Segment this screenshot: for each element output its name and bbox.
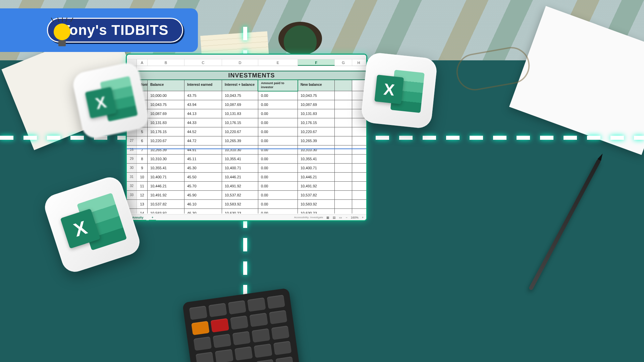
- cell-empty[interactable]: [335, 191, 352, 199]
- cell-month[interactable]: 14: [137, 209, 148, 214]
- cell-new-balance[interactable]: 10,446.21: [298, 173, 335, 181]
- cell-balance[interactable]: 10,491.92: [148, 191, 184, 199]
- col-header-D[interactable]: D: [222, 59, 258, 66]
- cell-amount-paid[interactable]: 0.00: [258, 155, 298, 163]
- cell-empty[interactable]: [335, 164, 352, 172]
- cell-empty[interactable]: [335, 100, 352, 109]
- sheet-body[interactable]: 19 20 INVESTMENTS 21 Month Balance Inter…: [127, 66, 366, 214]
- cell-amount-paid[interactable]: 0.00: [258, 91, 298, 100]
- cell-interest-plus-balance[interactable]: 10,176.15: [222, 118, 258, 127]
- cell-new-balance[interactable]: 10,176.15: [298, 118, 335, 127]
- cell-interest[interactable]: 44.52: [184, 127, 222, 136]
- add-sheet-button[interactable]: +: [149, 215, 156, 221]
- header-amount-paid[interactable]: Amount paid to investor: [258, 80, 298, 91]
- cell-new-balance[interactable]: 10,131.83: [298, 109, 335, 118]
- cell-interest[interactable]: 44.72: [184, 136, 222, 145]
- row-number[interactable]: 27: [127, 136, 137, 145]
- col-header-E[interactable]: E: [258, 59, 298, 66]
- cell-new-balance[interactable]: 10,265.39: [298, 136, 335, 145]
- cell-amount-paid[interactable]: 0.00: [258, 109, 298, 118]
- cell-interest[interactable]: 43.94: [184, 100, 222, 109]
- cell-empty[interactable]: [335, 145, 352, 154]
- cell-interest[interactable]: 44.13: [184, 109, 222, 118]
- cell-new-balance[interactable]: 10,355.41: [298, 155, 335, 163]
- cell-month[interactable]: 10: [137, 173, 148, 181]
- cell-interest-plus-balance[interactable]: 10,131.83: [222, 109, 258, 118]
- cell-interest[interactable]: 45.90: [184, 191, 222, 199]
- cell-interest-plus-balance[interactable]: 10,400.71: [222, 164, 258, 172]
- cell-balance[interactable]: 10,446.21: [148, 182, 184, 190]
- cell-interest-plus-balance[interactable]: 10,446.21: [222, 173, 258, 181]
- header-new-balance[interactable]: New balance: [298, 80, 335, 91]
- zoom-in-button[interactable]: +: [362, 216, 364, 219]
- cell-amount-paid[interactable]: 0.00: [258, 127, 298, 136]
- cell-month[interactable]: 13: [137, 200, 148, 208]
- cell-month[interactable]: 7: [137, 145, 148, 154]
- cell-amount-paid[interactable]: 0.00: [258, 173, 298, 181]
- excel-ribbon[interactable]: [127, 55, 366, 59]
- cell-new-balance[interactable]: 10,491.92: [298, 182, 335, 190]
- zoom-out-button[interactable]: −: [345, 216, 347, 219]
- view-normal-icon[interactable]: ▦: [326, 216, 329, 219]
- cell-empty[interactable]: [335, 200, 352, 208]
- cell-empty[interactable]: [335, 109, 352, 118]
- cell-empty[interactable]: [335, 182, 352, 190]
- cell-balance[interactable]: 10,087.69: [148, 109, 184, 118]
- cell-interest[interactable]: 45.30: [184, 164, 222, 172]
- row-number[interactable]: 32: [127, 182, 137, 190]
- row-number[interactable]: 31: [127, 173, 137, 181]
- cell-month[interactable]: 8: [137, 155, 148, 163]
- cell-new-balance[interactable]: 10,220.67: [298, 127, 335, 136]
- cell-interest-plus-balance[interactable]: 10,491.92: [222, 182, 258, 190]
- cell-new-balance[interactable]: 10,583.92: [298, 200, 335, 208]
- col-header-G[interactable]: G: [335, 59, 352, 66]
- cell-amount-paid[interactable]: 0.00: [258, 182, 298, 190]
- cell-interest[interactable]: 46.30: [184, 209, 222, 214]
- cell-amount-paid[interactable]: 0.00: [258, 100, 298, 109]
- zoom-level[interactable]: 160%: [351, 216, 359, 219]
- cell-amount-paid[interactable]: 0.00: [258, 164, 298, 172]
- cell-empty[interactable]: [335, 173, 352, 181]
- cell-interest-plus-balance[interactable]: 10,087.69: [222, 100, 258, 109]
- cell-amount-paid[interactable]: 0.00: [258, 145, 298, 154]
- header-interest-earned[interactable]: Interest earned: [184, 80, 222, 91]
- cell-balance[interactable]: 10,000.00: [148, 91, 184, 100]
- row-number[interactable]: 30: [127, 164, 137, 172]
- cell-month[interactable]: 12: [137, 191, 148, 199]
- cell-empty[interactable]: [335, 127, 352, 136]
- cell-interest-plus-balance[interactable]: 10,265.39: [222, 136, 258, 145]
- cell-new-balance[interactable]: 10,400.71: [298, 164, 335, 172]
- cell-amount-paid[interactable]: 0.00: [258, 136, 298, 145]
- cell-new-balance[interactable]: 10,043.75: [298, 91, 335, 100]
- cell-interest-plus-balance[interactable]: 10,630.23: [222, 209, 258, 214]
- cell-new-balance[interactable]: 10,630.23: [298, 209, 335, 214]
- cell-new-balance[interactable]: 10,087.69: [298, 100, 335, 109]
- header-empty-g[interactable]: [335, 80, 352, 91]
- cell-amount-paid[interactable]: 0.00: [258, 209, 298, 214]
- cell-empty[interactable]: [335, 209, 352, 214]
- cell-interest[interactable]: 45.11: [184, 155, 222, 163]
- cell-interest[interactable]: 43.75: [184, 91, 222, 100]
- cell-empty[interactable]: [335, 136, 352, 145]
- cell-month[interactable]: 11: [137, 182, 148, 190]
- cell-balance[interactable]: 10,043.75: [148, 100, 184, 109]
- cell-balance[interactable]: 10,537.82: [148, 200, 184, 208]
- cell-interest-plus-balance[interactable]: 10,583.92: [222, 200, 258, 208]
- cell-interest[interactable]: 44.91: [184, 145, 222, 154]
- cell-interest-plus-balance[interactable]: 10,537.82: [222, 191, 258, 199]
- cell-balance[interactable]: 10,176.15: [148, 127, 184, 136]
- col-header-B[interactable]: B: [148, 59, 184, 66]
- cell-interest[interactable]: 46.10: [184, 200, 222, 208]
- cell-balance[interactable]: 10,583.92: [148, 209, 184, 214]
- cell-empty[interactable]: [335, 91, 352, 100]
- cell-new-balance[interactable]: 10,537.82: [298, 191, 335, 199]
- cell-balance[interactable]: 10,131.83: [148, 118, 184, 127]
- view-break-icon[interactable]: ▭: [339, 216, 342, 219]
- cell-interest-plus-balance[interactable]: 10,310.30: [222, 145, 258, 154]
- header-balance[interactable]: Balance: [148, 80, 184, 91]
- cell-interest-plus-balance[interactable]: 10,355.41: [222, 155, 258, 163]
- row-number[interactable]: 29: [127, 155, 137, 163]
- header-interest-plus-balance[interactable]: Interest + balance: [222, 80, 258, 91]
- cell-amount-paid[interactable]: 0.00: [258, 118, 298, 127]
- col-header-H[interactable]: H: [352, 59, 366, 66]
